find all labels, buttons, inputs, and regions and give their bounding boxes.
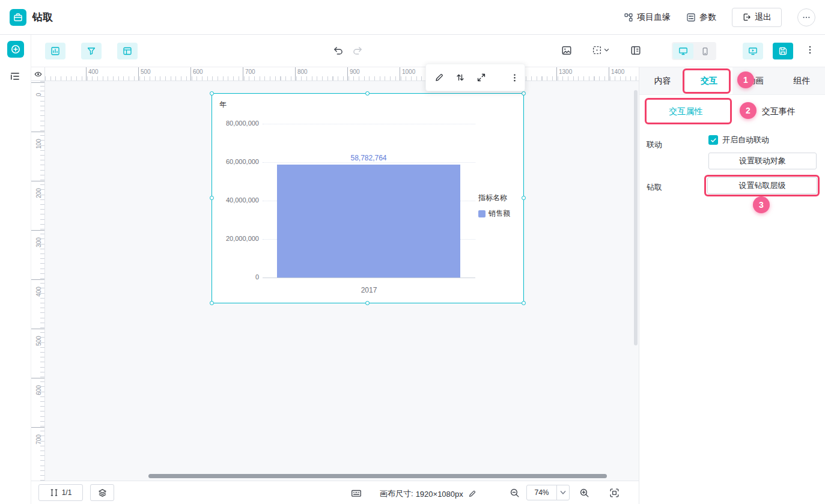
auto-linkage-label: 开启自动联动 (722, 135, 769, 145)
chart-title: 年 (219, 100, 227, 110)
h-ruler-label: 900 (347, 67, 360, 80)
ruler-corner[interactable] (31, 67, 45, 81)
selection-handle[interactable] (365, 301, 370, 305)
h-ruler-label: 400 (86, 67, 99, 80)
project-lineage-button[interactable]: 项目血缘 (624, 12, 671, 23)
layer-list-button[interactable] (10, 71, 20, 82)
checkbox-checked-icon[interactable] (708, 135, 718, 145)
add-component-button[interactable] (7, 41, 24, 58)
selection-handle[interactable] (210, 91, 214, 96)
fit-screen-icon[interactable] (609, 488, 620, 498)
zoom-value: 74% (527, 488, 556, 497)
selection-handle[interactable] (365, 91, 370, 96)
h-ruler-label: 1400 (609, 67, 624, 80)
canvas-size: 画布尺寸: 1920×1080px (380, 488, 476, 499)
set-drill-levels-button[interactable]: 设置钻取层级 (707, 177, 817, 194)
layers-button[interactable] (90, 484, 114, 501)
v-ruler-label: 500 (31, 329, 45, 347)
panel-tabs: 内容交互动画组件 (639, 67, 825, 95)
h-ruler-label: 1000 (400, 67, 415, 80)
auto-linkage-checkbox-row[interactable]: 开启自动联动 (708, 135, 769, 145)
selection-more-icon[interactable] (510, 73, 519, 82)
selection-handle[interactable] (522, 196, 526, 200)
selection-handle[interactable] (210, 301, 214, 305)
vertical-scrollbar[interactable] (634, 90, 638, 345)
redo-icon[interactable] (352, 45, 363, 56)
left-sidebar (0, 35, 31, 504)
h-ruler-label: 500 (138, 67, 151, 80)
legend-item[interactable]: 销售额 (478, 208, 510, 219)
canvas-size-value: 1920×1080px (416, 490, 463, 499)
save-icon (778, 46, 788, 56)
linkage-label: 联动 (647, 139, 662, 150)
selection-handle[interactable] (522, 301, 526, 305)
guide-panel-icon[interactable] (630, 45, 641, 56)
zoom-in-icon[interactable] (579, 488, 589, 498)
selection-handle[interactable] (522, 91, 526, 96)
chart-legend: 指标名称 销售额 (478, 193, 510, 219)
thumbnail-icon[interactable] (561, 45, 572, 56)
preview-button[interactable] (743, 43, 763, 59)
ellipsis-icon (802, 13, 811, 22)
exit-button[interactable]: 退出 (732, 8, 782, 27)
toolbar-more-icon[interactable] (805, 45, 815, 55)
y-axis-label: 60,000,000 (212, 158, 259, 165)
params-button[interactable]: 参数 (686, 12, 716, 23)
x-axis-label: 2017 (263, 286, 475, 294)
v-ruler-label: 400 (31, 279, 45, 297)
edit-canvas-size-icon[interactable] (468, 490, 476, 498)
exit-label: 退出 (755, 12, 772, 23)
save-button[interactable] (773, 43, 793, 59)
params-icon (686, 13, 696, 22)
horizontal-scrollbar[interactable] (148, 474, 607, 478)
chart-component[interactable]: 年 80,000,00060,000,00040,000,00020,000,0… (212, 93, 524, 303)
selection-toolbar (425, 64, 525, 91)
tab-component[interactable]: 组件 (779, 67, 825, 94)
widget-buttons (45, 43, 138, 59)
keyboard-shortcut-icon[interactable] (351, 488, 362, 499)
desktop-icon (678, 46, 688, 56)
step-badge-2: 2 (740, 102, 757, 119)
filter-widget-icon (87, 46, 96, 56)
grid-select-icon (592, 45, 602, 55)
y-axis-label: 40,000,000 (212, 196, 259, 204)
h-ruler-label: 700 (243, 67, 255, 80)
v-ruler-label: 100 (31, 132, 45, 150)
subtab-interaction-properties[interactable]: 交互属性 (639, 95, 732, 129)
toolbar (31, 35, 825, 67)
bar[interactable] (277, 165, 460, 278)
v-ruler-label: 600 (31, 378, 45, 396)
zoom-level-select[interactable]: 74% (526, 485, 570, 500)
grid-settings-button[interactable] (592, 45, 609, 55)
right-panel: 内容交互动画组件 交互属性 交互事件 联动 开启自动联动 设置联动对象 钻取 设… (639, 67, 825, 504)
chevron-down-icon (557, 490, 569, 495)
mobile-view-button[interactable] (695, 43, 715, 59)
table-widget-button[interactable] (117, 43, 138, 59)
h-ruler-label: 800 (295, 67, 308, 80)
legend-title: 指标名称 (478, 193, 510, 203)
h-ruler-label: 1300 (556, 67, 572, 80)
filter-widget-button[interactable] (81, 43, 102, 59)
v-ruler-label: 200 (31, 181, 45, 199)
layers-icon (98, 488, 107, 497)
gridline (263, 124, 475, 124)
canvas-viewport[interactable]: 年 80,000,00060,000,00040,000,00020,000,0… (45, 81, 639, 481)
tab-interaction[interactable]: 交互 (686, 67, 732, 94)
chart-widget-icon (50, 46, 60, 56)
y-axis-label: 80,000,000 (212, 120, 259, 127)
edit-pencil-icon[interactable] (434, 73, 444, 82)
h-ruler-label: 600 (190, 67, 203, 80)
desktop-view-button[interactable] (673, 43, 693, 59)
preview-icon (748, 46, 758, 56)
canvas-area: 40050060070080090010001100120013001400 0… (31, 67, 639, 481)
more-menu-button[interactable] (797, 8, 815, 26)
set-linkage-button[interactable]: 设置联动对象 (708, 153, 817, 169)
fullscreen-icon[interactable] (476, 73, 486, 82)
page-selector-button[interactable]: 1/1 (38, 484, 83, 501)
tab-content[interactable]: 内容 (639, 67, 686, 94)
swap-arrows-icon[interactable] (455, 73, 465, 82)
chart-widget-button[interactable] (45, 43, 65, 59)
bar-value-label: 58,782,764 (277, 154, 460, 162)
zoom-out-icon[interactable] (510, 488, 520, 498)
undo-icon[interactable] (333, 45, 344, 56)
